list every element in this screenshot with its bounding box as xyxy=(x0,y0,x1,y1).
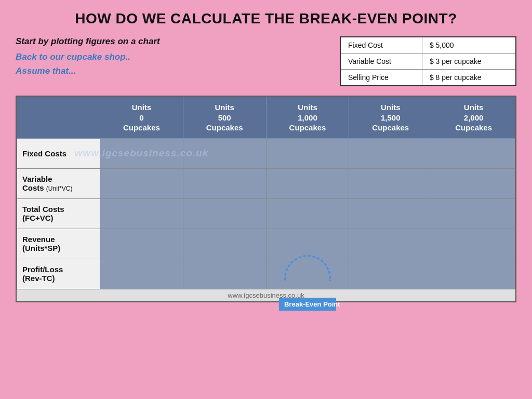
info-value-selling-price: $ 8 per cupcake xyxy=(422,70,516,86)
page-container: HOW DO WE CALCULATE THE BREAK-EVEN POINT… xyxy=(0,0,532,399)
total-costs-cell-0 xyxy=(100,198,183,229)
info-label-variable-cost: Variable Cost xyxy=(340,54,422,70)
revenue-cell-0 xyxy=(100,229,183,259)
revenue-cell-1500 xyxy=(349,229,432,259)
header-units-500: Units 500 Cupcakes xyxy=(183,97,266,139)
subtitle-text: Start by plotting figures on a chart xyxy=(16,36,319,47)
data-table-wrapper: Units 0 Cupcakes Units 500 Cupcakes Unit… xyxy=(16,96,516,302)
table-header-row: Units 0 Cupcakes Units 500 Cupcakes Unit… xyxy=(17,97,515,139)
left-text-block: Start by plotting figures on a chart Bac… xyxy=(16,36,319,78)
row-label-fixed-costs: Fixed Costs xyxy=(17,138,100,168)
header-units-1500: Units 1,500 Cupcakes xyxy=(349,97,432,139)
fixed-costs-cell-1000 xyxy=(266,138,349,168)
table-row-total-costs: Total Costs (FC+VC) xyxy=(17,198,515,229)
revenue-cell-1000 xyxy=(266,229,349,259)
break-even-arc xyxy=(284,255,331,281)
header-units-0: Units 0 Cupcakes xyxy=(100,97,183,139)
info-row-fixed-cost: Fixed Cost $ 5,000 xyxy=(340,37,516,54)
row-label-variable-costs: Variable Costs (Unit*VC) xyxy=(17,168,100,198)
profit-loss-cell-0 xyxy=(100,259,183,289)
revenue-cell-500 xyxy=(183,229,266,259)
break-even-label: Break-Even Point xyxy=(279,298,336,311)
fixed-costs-cell-2000 xyxy=(432,138,515,168)
row-label-profit-loss: Profit/Loss (Rev-TC) xyxy=(17,259,100,289)
table-row-variable-costs: Variable Costs (Unit*VC) xyxy=(17,168,515,198)
row-label-revenue: Revenue (Units*SP) xyxy=(17,229,100,259)
header-units-2000: Units 2,000 Cupcakes xyxy=(432,97,515,139)
info-table: Fixed Cost $ 5,000 Variable Cost $ 3 per… xyxy=(340,36,516,86)
variable-costs-cell-2000 xyxy=(432,168,515,198)
info-label-fixed-cost: Fixed Cost xyxy=(340,37,422,54)
table-row-fixed-costs: Fixed Costs www.igcsebusiness.co.uk xyxy=(17,138,515,168)
total-costs-cell-1000 xyxy=(266,198,349,229)
fixed-costs-cell-1500 xyxy=(349,138,432,168)
profit-loss-cell-1500 xyxy=(349,259,432,289)
total-costs-cell-1500 xyxy=(349,198,432,229)
profit-loss-cell-2000 xyxy=(432,259,515,289)
profit-loss-cell-500 xyxy=(183,259,266,289)
info-label-selling-price: Selling Price xyxy=(340,70,422,86)
top-section: Start by plotting figures on a chart Bac… xyxy=(16,36,516,86)
row-label-total-costs: Total Costs (FC+VC) xyxy=(17,198,100,229)
data-table: Units 0 Cupcakes Units 500 Cupcakes Unit… xyxy=(17,97,515,289)
header-row-label xyxy=(17,97,100,139)
revenue-cell-2000 xyxy=(432,229,515,259)
blue-text-line2: Assume that... xyxy=(16,64,319,78)
table-row-revenue: Revenue (Units*SP) xyxy=(17,229,515,259)
variable-costs-cell-500 xyxy=(183,168,266,198)
profit-loss-cell-1000: Break-Even Point xyxy=(266,259,349,289)
table-row-profit-loss: Profit/Loss (Rev-TC) Break-Even Point xyxy=(17,259,515,289)
footer-watermark: www.igcsebusiness.co.uk xyxy=(17,289,515,301)
total-costs-cell-2000 xyxy=(432,198,515,229)
variable-costs-cell-1000 xyxy=(266,168,349,198)
fixed-costs-cell-500 xyxy=(183,138,266,168)
blue-text-line1: Back to our cupcake shop.. xyxy=(16,50,319,64)
info-value-fixed-cost: $ 5,000 xyxy=(422,37,516,54)
total-costs-cell-500 xyxy=(183,198,266,229)
page-title: HOW DO WE CALCULATE THE BREAK-EVEN POINT… xyxy=(16,10,516,27)
variable-costs-cell-1500 xyxy=(349,168,432,198)
fixed-costs-cell-0: www.igcsebusiness.co.uk xyxy=(100,138,183,168)
variable-costs-cell-0 xyxy=(100,168,183,198)
info-row-variable-cost: Variable Cost $ 3 per cupcake xyxy=(340,54,516,70)
info-value-variable-cost: $ 3 per cupcake xyxy=(422,54,516,70)
info-row-selling-price: Selling Price $ 8 per cupcake xyxy=(340,70,516,86)
header-units-1000: Units 1,000 Cupcakes xyxy=(266,97,349,139)
